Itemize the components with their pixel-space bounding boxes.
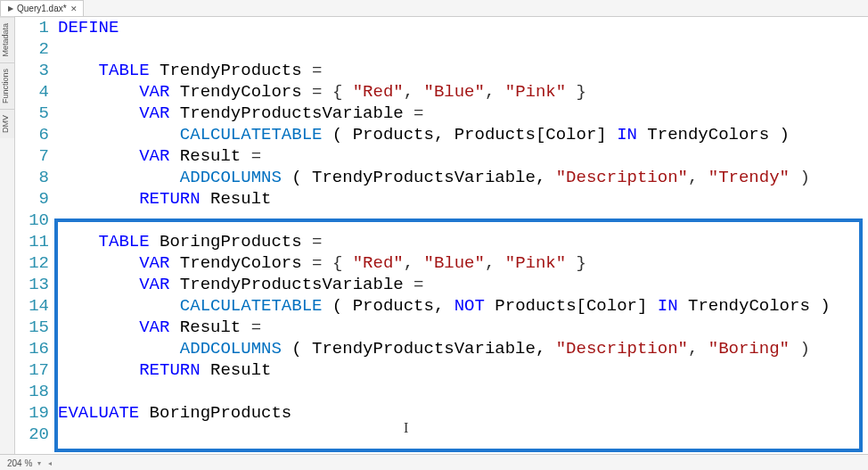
- sidebar-item-dmv[interactable]: DMV: [0, 109, 14, 138]
- sidebar-item-functions[interactable]: Functions: [0, 62, 14, 109]
- line-number: 20: [15, 424, 58, 445]
- code-line[interactable]: 16 ADDCOLUMNS ( TrendyProductsVariable, …: [15, 338, 868, 359]
- side-tabs: Metadata Functions DMV: [0, 17, 15, 454]
- code-text[interactable]: CALCULATETABLE ( Products, NOT Products[…: [58, 295, 868, 317]
- code-text[interactable]: VAR TrendyProductsVariable =: [58, 274, 868, 295]
- line-number: 6: [15, 124, 58, 145]
- line-number: 5: [15, 103, 58, 124]
- code-line[interactable]: 3 TABLE TrendyProducts =: [15, 60, 868, 81]
- sidebar-item-metadata[interactable]: Metadata: [0, 17, 14, 62]
- close-icon[interactable]: ✕: [70, 4, 78, 13]
- code-text[interactable]: VAR Result =: [58, 317, 868, 338]
- code-line[interactable]: 8 ADDCOLUMNS ( TrendyProductsVariable, "…: [15, 167, 868, 188]
- code-text[interactable]: VAR Result =: [58, 145, 868, 167]
- code-text[interactable]: RETURN Result: [58, 359, 868, 381]
- code-text[interactable]: VAR TrendyProductsVariable =: [58, 103, 868, 124]
- line-number: 11: [15, 231, 58, 252]
- line-number: 9: [15, 188, 58, 210]
- code-text[interactable]: CALCULATETABLE ( Products, Products[Colo…: [58, 124, 868, 145]
- code-line[interactable]: 11 TABLE BoringProducts =: [15, 231, 868, 252]
- line-number: 4: [15, 81, 58, 103]
- code-text[interactable]: [58, 381, 868, 402]
- line-number: 17: [15, 359, 58, 381]
- code-block[interactable]: 1DEFINE23 TABLE TrendyProducts =4 VAR Tr…: [15, 17, 868, 445]
- line-number: 13: [15, 274, 58, 295]
- code-text[interactable]: ADDCOLUMNS ( TrendyProductsVariable, "De…: [58, 338, 868, 359]
- tab-bar: ▶ Query1.dax* ✕: [0, 0, 868, 17]
- status-arrow-left-icon[interactable]: ◂: [48, 459, 52, 467]
- code-text[interactable]: ADDCOLUMNS ( TrendyProductsVariable, "De…: [58, 167, 868, 188]
- status-bar: 204 % ▾ ◂: [0, 454, 868, 470]
- code-text[interactable]: [58, 210, 868, 231]
- line-number: 18: [15, 381, 58, 402]
- code-line[interactable]: 10: [15, 210, 868, 231]
- code-line[interactable]: 6 CALCULATETABLE ( Products, Products[Co…: [15, 124, 868, 145]
- line-number: 16: [15, 338, 58, 359]
- code-line[interactable]: 19EVALUATE BoringProducts: [15, 402, 868, 424]
- line-number: 3: [15, 60, 58, 81]
- code-line[interactable]: 2: [15, 38, 868, 60]
- code-line[interactable]: 20: [15, 424, 868, 445]
- code-line[interactable]: 9 RETURN Result: [15, 188, 868, 210]
- tab-title: Query1.dax*: [17, 4, 67, 13]
- line-number: 10: [15, 210, 58, 231]
- code-text[interactable]: VAR TrendyColors = { "Red", "Blue", "Pin…: [58, 252, 868, 274]
- code-line[interactable]: 17 RETURN Result: [15, 359, 868, 381]
- code-line[interactable]: 5 VAR TrendyProductsVariable =: [15, 103, 868, 124]
- code-line[interactable]: 4 VAR TrendyColors = { "Red", "Blue", "P…: [15, 81, 868, 103]
- code-line[interactable]: 1DEFINE: [15, 17, 868, 38]
- line-number: 15: [15, 317, 58, 338]
- line-number: 8: [15, 167, 58, 188]
- code-text[interactable]: EVALUATE BoringProducts: [58, 402, 868, 424]
- zoom-dropdown-icon[interactable]: ▾: [37, 459, 41, 467]
- workspace: Metadata Functions DMV 1DEFINE23 TABLE T…: [0, 17, 868, 454]
- line-number: 1: [15, 17, 58, 38]
- code-text[interactable]: [58, 424, 868, 445]
- line-number: 14: [15, 295, 58, 317]
- tab-query1[interactable]: ▶ Query1.dax* ✕: [0, 0, 84, 16]
- zoom-level[interactable]: 204 %: [7, 458, 32, 468]
- code-line[interactable]: 15 VAR Result =: [15, 317, 868, 338]
- code-line[interactable]: 12 VAR TrendyColors = { "Red", "Blue", "…: [15, 252, 868, 274]
- code-line[interactable]: 18: [15, 381, 868, 402]
- code-line[interactable]: 7 VAR Result =: [15, 145, 868, 167]
- code-text[interactable]: [58, 38, 868, 60]
- line-number: 19: [15, 402, 58, 424]
- tab-glyph-icon: ▶: [8, 4, 13, 12]
- code-text[interactable]: DEFINE: [58, 17, 868, 38]
- line-number: 2: [15, 38, 58, 60]
- code-text[interactable]: VAR TrendyColors = { "Red", "Blue", "Pin…: [58, 81, 868, 103]
- code-line[interactable]: 13 VAR TrendyProductsVariable =: [15, 274, 868, 295]
- code-text[interactable]: RETURN Result: [58, 188, 868, 210]
- code-text[interactable]: TABLE TrendyProducts =: [58, 60, 868, 81]
- line-number: 12: [15, 252, 58, 274]
- line-number: 7: [15, 145, 58, 167]
- code-text[interactable]: TABLE BoringProducts =: [58, 231, 868, 252]
- code-line[interactable]: 14 CALCULATETABLE ( Products, NOT Produc…: [15, 295, 868, 317]
- code-editor[interactable]: 1DEFINE23 TABLE TrendyProducts =4 VAR Tr…: [15, 17, 868, 454]
